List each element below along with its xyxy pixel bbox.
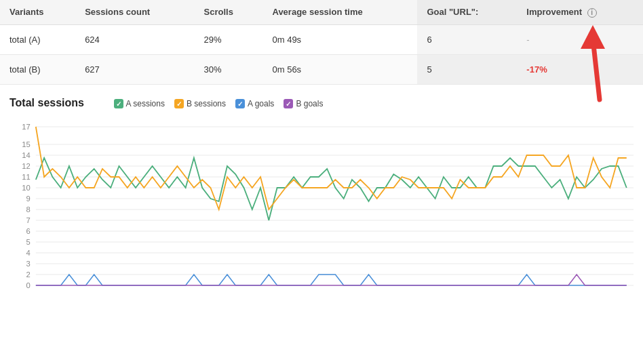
col-header-avg-session: Average session time	[262, 0, 417, 24]
legend-check-icon: ✓	[235, 99, 245, 108]
col-header-goal: Goal "URL":	[417, 0, 517, 24]
svg-text:3: 3	[26, 260, 30, 268]
col-header-sessions: Sessions count	[75, 0, 194, 24]
legend-item: ✓ B sessions	[174, 99, 226, 108]
legend-item: ✓ A sessions	[114, 99, 165, 108]
a-sessions-line	[36, 158, 627, 220]
line-chart: 17 15 14 12 11 10 9 8 7 6 5 4 3 2 0	[9, 120, 634, 296]
chart-legend: ✓ A sessions ✓ B sessions ✓ A goals ✓ B …	[114, 99, 324, 108]
svg-text:2: 2	[26, 270, 30, 279]
svg-text:14: 14	[22, 151, 30, 159]
table-row: total (B) 627 30% 0m 56s 5 -17%	[0, 54, 643, 84]
b-sessions-line	[36, 127, 627, 209]
svg-text:7: 7	[26, 216, 30, 224]
legend-check-icon: ✓	[174, 99, 184, 108]
chart-title: Total sessions	[9, 97, 84, 109]
svg-text:6: 6	[26, 227, 30, 235]
svg-text:10: 10	[22, 184, 30, 192]
legend-label: A sessions	[126, 99, 165, 108]
cell-improvement: -	[517, 24, 643, 54]
col-header-improvement: Improvement i	[517, 0, 643, 24]
cell-variant: total (A)	[0, 24, 75, 54]
cell-sessions: 627	[75, 54, 194, 84]
legend-label: B goals	[296, 99, 323, 108]
svg-text:9: 9	[26, 195, 30, 203]
cell-scrolls: 29%	[195, 24, 263, 54]
legend-label: A goals	[248, 99, 274, 108]
legend-item: ✓ A goals	[235, 99, 274, 108]
cell-avg-session: 0m 56s	[262, 54, 417, 84]
chart-wrapper: 17 15 14 12 11 10 9 8 7 6 5 4 3 2 0	[9, 120, 634, 296]
cell-goal: 6	[417, 24, 517, 54]
a-goals-line	[36, 275, 627, 285]
legend-check-icon: ✓	[284, 99, 293, 108]
b-goals-line	[36, 275, 627, 285]
cell-sessions: 624	[75, 24, 194, 54]
svg-text:8: 8	[26, 205, 30, 214]
svg-text:15: 15	[22, 140, 30, 148]
legend-item: ✓ B goals	[284, 99, 323, 108]
col-header-scrolls: Scrolls	[195, 0, 263, 24]
legend-check-icon: ✓	[114, 99, 123, 108]
chart-section: Total sessions ✓ A sessions ✓ B sessions…	[0, 85, 643, 303]
svg-text:12: 12	[22, 162, 30, 170]
svg-text:11: 11	[22, 173, 30, 181]
svg-text:4: 4	[26, 249, 30, 257]
table-row: total (A) 624 29% 0m 49s 6 -	[0, 24, 643, 54]
data-table: Variants Sessions count Scrolls Average …	[0, 0, 643, 85]
info-icon: i	[587, 8, 597, 18]
cell-avg-session: 0m 49s	[262, 24, 417, 54]
cell-goal: 5	[417, 54, 517, 84]
svg-text:0: 0	[26, 281, 30, 289]
svg-text:5: 5	[26, 238, 30, 246]
col-header-variants: Variants	[0, 0, 75, 24]
cell-improvement: -17%	[517, 54, 643, 84]
legend-label: B sessions	[187, 99, 226, 108]
variants-table: Variants Sessions count Scrolls Average …	[0, 0, 643, 85]
cell-scrolls: 30%	[195, 54, 263, 84]
cell-variant: total (B)	[0, 54, 75, 84]
svg-text:17: 17	[22, 123, 30, 131]
